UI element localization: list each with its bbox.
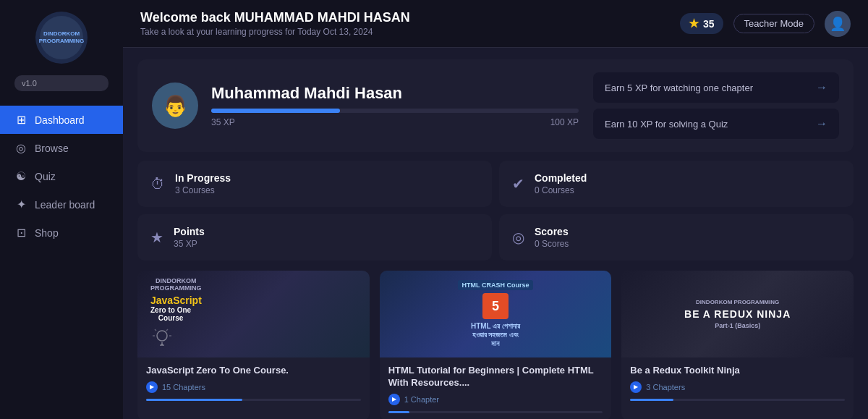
header-left: Welcome back MUHAMMAD MAHDI HASAN Take a… [140, 10, 410, 37]
header-subtitle: Take a look at your learning progress fo… [140, 27, 410, 37]
check-icon: ✔ [512, 175, 524, 192]
leaderboard-icon: ✦ [14, 198, 27, 211]
version-bar: v1.0 [14, 75, 109, 91]
stat-info-progress: In Progress 3 Courses [175, 172, 231, 195]
js-course-name: Zero to OneCourse [150, 306, 191, 322]
xp-current: 35 XP [211, 117, 235, 127]
profile-card: 👨 Muhammad Mahdi Hasan 35 XP 100 XP Earn… [137, 59, 854, 152]
dashboard-icon: ⊞ [14, 113, 27, 127]
course-card-redux[interactable]: DINDORKOM PROGRAMMING BE A REDUX NINJA P… [621, 271, 854, 419]
xp-progress-fill [211, 109, 340, 113]
play-icon-html: ▶ [388, 394, 400, 405]
stat-completed: ✔ Completed 0 Courses [499, 161, 854, 207]
xp-labels: 35 XP 100 XP [211, 117, 579, 127]
course-meta-js: ▶ 15 Chapters [146, 381, 361, 393]
courses-grid: DINDORKOMPROGRAMMING JavaScript Zero to … [137, 271, 854, 419]
js-label: JavaScript [150, 295, 202, 306]
content-area: 👨 Muhammad Mahdi Hasan 35 XP 100 XP Earn… [123, 48, 868, 419]
profile-actions: Earn 5 XP for watching one chapter → Ear… [593, 72, 839, 139]
xp-badge: ★ 35 [680, 13, 723, 34]
course-title-js: JavaScript Zero To One Course. [146, 365, 361, 377]
action-row-watch[interactable]: Earn 5 XP for watching one chapter → [593, 72, 839, 103]
course-title-html: HTML Tutorial for Beginners | Complete H… [388, 365, 603, 389]
stats-grid: ⏱ In Progress 3 Courses ✔ Completed 0 Co… [137, 161, 854, 261]
progress-mini-html [388, 411, 603, 413]
page-title: Welcome back MUHAMMAD MAHDI HASAN [140, 10, 410, 25]
sidebar-item-shop[interactable]: ⊡ Shop [0, 219, 123, 247]
scores-icon: ◎ [512, 229, 524, 246]
teacher-mode-button[interactable]: Teacher Mode [733, 14, 814, 33]
play-icon-js: ▶ [146, 381, 158, 393]
stat-info-scores: Scores 0 Scores [535, 226, 569, 249]
course-info-redux: Be a Redux Toolkit Ninja ▶ 3 Chapters [621, 357, 854, 408]
course-card-js[interactable]: DINDORKOMPROGRAMMING JavaScript Zero to … [137, 271, 370, 419]
quiz-icon: ☯ [14, 169, 27, 183]
redux-title: BE A REDUX NINJA [684, 308, 791, 321]
course-info-js: JavaScript Zero To One Course. ▶ 15 Chap… [137, 357, 370, 408]
arrow-right-icon: → [816, 81, 827, 94]
action-row-quiz[interactable]: Earn 10 XP for solving a Quiz → [593, 109, 839, 139]
stat-info-points: Points 35 XP [174, 226, 205, 249]
browse-icon: ◎ [14, 141, 27, 155]
svg-line-5 [155, 329, 156, 331]
clock-icon: ⏱ [150, 176, 165, 192]
sidebar-item-quiz[interactable]: ☯ Quiz [0, 162, 123, 190]
logo: DINDORKOM PROGRAMMING [40, 16, 83, 59]
stat-points: ★ Points 35 XP [137, 214, 492, 261]
xp-value: 35 [703, 18, 715, 30]
course-info-html: HTML Tutorial for Beginners | Complete H… [380, 357, 612, 419]
logo-area: DINDORKOM PROGRAMMING [35, 12, 88, 64]
course-meta-redux: ▶ 3 Chapters [630, 381, 845, 393]
course-thumb-html: HTML CRASH Course 5 HTML এর পেশাদারহওয়া… [380, 271, 612, 357]
arrow-right-icon-2: → [816, 117, 827, 130]
svg-point-0 [157, 331, 167, 341]
svg-line-6 [166, 329, 168, 331]
profile-avatar: 👨 [152, 82, 198, 129]
html5-badge: 5 [482, 293, 509, 319]
profile-name: Muhammad Mahdi Hasan [211, 84, 579, 103]
main-content: Welcome back MUHAMMAD MAHDI HASAN Take a… [123, 0, 868, 419]
header-right: ★ 35 Teacher Mode 👤 [680, 11, 851, 37]
header: Welcome back MUHAMMAD MAHDI HASAN Take a… [123, 0, 868, 48]
sidebar-item-leaderboard[interactable]: ✦ Leader board [0, 190, 123, 219]
shop-icon: ⊡ [14, 226, 27, 240]
redux-sub: Part-1 (Basics) [715, 322, 760, 329]
progress-mini-redux [630, 399, 845, 401]
stat-info-completed: Completed 0 Courses [535, 172, 587, 195]
star-points-icon: ★ [150, 229, 163, 246]
avatar[interactable]: 👤 [825, 11, 851, 37]
star-icon: ★ [689, 17, 699, 30]
course-meta-html: ▶ 1 Chapter [388, 394, 603, 405]
sidebar-item-dashboard[interactable]: ⊞ Dashboard [0, 106, 123, 134]
course-card-html[interactable]: HTML CRASH Course 5 HTML এর পেশাদারহওয়া… [380, 271, 612, 419]
stat-scores: ◎ Scores 0 Scores [499, 214, 854, 261]
course-thumb-js: DINDORKOMPROGRAMMING JavaScript Zero to … [137, 271, 370, 357]
play-icon-redux: ▶ [630, 381, 642, 393]
lightbulb-icon [150, 326, 174, 350]
stat-in-progress: ⏱ In Progress 3 Courses [137, 161, 492, 207]
sidebar-item-browse[interactable]: ◎ Browse [0, 134, 123, 162]
xp-progress-bar [211, 109, 579, 113]
course-thumb-redux: DINDORKOM PROGRAMMING BE A REDUX NINJA P… [621, 271, 854, 357]
profile-info: Muhammad Mahdi Hasan 35 XP 100 XP [211, 84, 579, 127]
xp-max: 100 XP [550, 117, 579, 127]
course-title-redux: Be a Redux Toolkit Ninja [630, 365, 845, 377]
sidebar: DINDORKOM PROGRAMMING v1.0 ⊞ Dashboard ◎… [0, 0, 123, 419]
progress-mini-js [146, 399, 361, 401]
